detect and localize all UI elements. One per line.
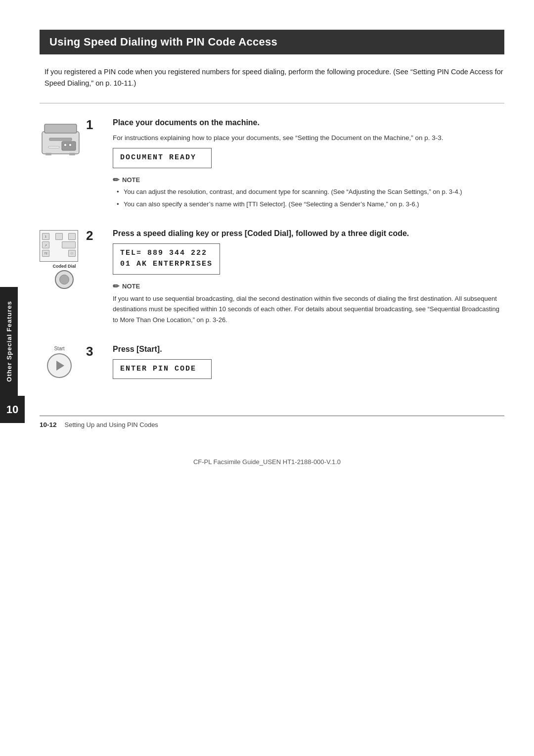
panel-wrapper: 1 ↗ 72 □ [40,230,78,262]
step-1-heading: Place your documents on the machine. [113,117,504,128]
step-1-description: For instructions explaining how to place… [113,133,504,143]
side-tab: Other Special Features [0,287,18,396]
footer-page-ref: 10-12 [40,421,57,428]
step-2-heading: Press a speed dialing key or press [Code… [113,228,504,239]
step-2-lcd-line2: 01 AK ENTERPRISES [120,260,213,268]
panel-row-2: ↗ [42,241,76,248]
start-label: Start [54,346,64,351]
step-2-image: 1 ↗ 72 □ Coded Dial [40,230,89,289]
step-3-section: Start 3 Press [Start]. ENTER PIN CODE [40,344,504,386]
svg-rect-1 [44,124,77,133]
note-icon-2: ✏ [113,282,119,291]
footer-bottom: CF-PL Facsimile Guide_USEN HT1-2188-000-… [0,448,534,466]
step-2-lcd: TEL= 889 344 222 01 AK ENTERPRISES [113,243,220,275]
page-number-text: 10 [6,403,18,416]
footer-section: 10-12 Setting Up and Using PIN Codes [40,416,504,428]
step-1-lcd: DOCUMENT READY [113,148,212,168]
note-item-2: You can also specify a sender’s name wit… [117,199,504,210]
key-right [68,233,76,240]
play-icon [56,361,64,371]
panel-row-3: 72 □ [42,250,76,257]
key-box: □ [68,250,76,257]
step-2-note: ✏ NOTE If you want to use sequential bro… [113,282,504,325]
step-1-section: 1 Place your documents on the machine. F… [40,117,504,214]
step-1-number: 1 [86,117,93,133]
svg-rect-2 [49,138,72,141]
start-button-icon [47,353,72,378]
step-3-content: 3 Press [Start]. ENTER PIN CODE [99,344,504,386]
coded-dial-label: Coded Dial [40,264,89,269]
svg-rect-7 [45,153,51,155]
step-2-note-header: ✏ NOTE [113,282,504,291]
footer-divider [40,416,504,416]
page-title: Using Speed Dialing with PIN Code Access [49,36,494,48]
key-gap [55,233,63,240]
step-3-image: Start [40,346,89,378]
svg-point-5 [69,143,72,146]
bottom-text: CF-PL Facsimile Guide_USEN HT1-2188-000-… [193,458,341,466]
key-1: 1 [42,233,49,240]
section-divider [40,103,504,103]
intro-paragraph: If you registered a PIN code when you re… [44,66,504,89]
start-illustration: Start [40,346,79,378]
step-3-heading: Press [Start]. [113,344,504,355]
step-2-note-text: If you want to use sequential broadcasti… [113,293,504,325]
coded-dial-panel: 1 ↗ 72 □ Coded Dial [40,230,89,289]
key-num-1: 72 [42,250,49,257]
circle-inner [59,275,69,284]
step-3-lcd: ENTER PIN CODE [113,359,212,379]
key-wide-1 [62,241,76,248]
step-1-note-label: NOTE [122,176,140,184]
page-wrapper: Other Special Features 10 Using Speed Di… [0,0,534,756]
svg-rect-6 [48,146,59,148]
step-2-number: 2 [86,228,93,243]
footer-description: Setting Up and Using PIN Codes [65,421,158,428]
key-2: ↗ [42,241,49,248]
printer-icon [40,119,84,159]
step-2-content: 2 Press a speed dialing key or press [Co… [99,228,504,330]
step-1-note-list: You can adjust the resolution, contrast,… [113,187,504,210]
step-2-section: 1 ↗ 72 □ Coded Dial [40,228,504,330]
step-1-note-header: ✏ NOTE [113,175,504,185]
step-2-note-label: NOTE [122,283,140,290]
step-1-content: 1 Place your documents on the machine. F… [99,117,504,214]
coded-dial-circle [55,270,74,289]
step-2-lcd-line1: TEL= 889 344 222 [120,249,207,257]
title-bar: Using Speed Dialing with PIN Code Access [40,30,504,54]
panel-row-1: 1 [42,233,76,240]
page-number-tab: 10 [0,396,25,423]
svg-rect-8 [69,153,75,155]
main-content: Using Speed Dialing with PIN Code Access… [40,30,504,428]
step-1-image [40,119,89,160]
side-tab-text: Other Special Features [5,301,13,382]
footer-info: 10-12 Setting Up and Using PIN Codes [40,421,504,428]
note-icon: ✏ [113,175,119,185]
step-3-number: 3 [86,344,93,359]
note-item-1: You can adjust the resolution, contrast,… [117,187,504,197]
step-1-note: ✏ NOTE You can adjust the resolution, co… [113,175,504,210]
svg-point-4 [64,143,67,146]
